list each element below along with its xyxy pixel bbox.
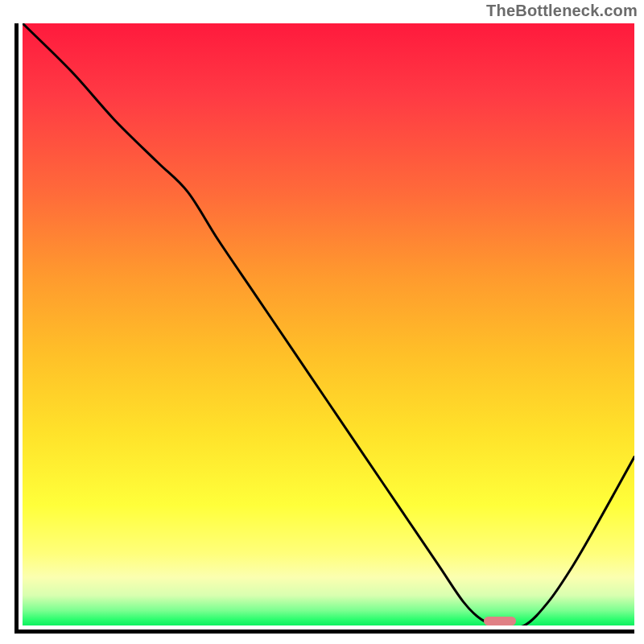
bottleneck-curve (23, 23, 634, 625)
watermark-text: TheBottleneck.com (486, 2, 638, 20)
optimal-range-marker (484, 617, 516, 625)
plot-area (23, 23, 634, 625)
chart-axes (14, 23, 634, 634)
